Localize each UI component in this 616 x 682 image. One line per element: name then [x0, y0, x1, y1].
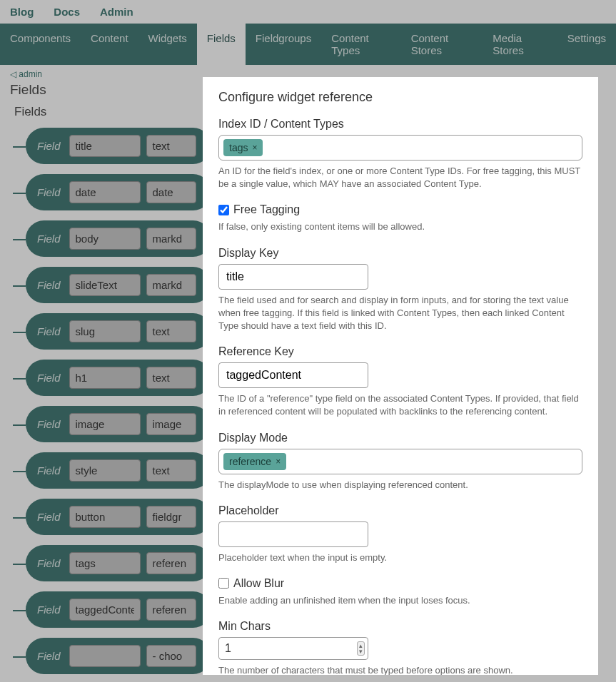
free-tagging-label: Free Tagging	[233, 203, 300, 216]
placeholder-help: Placeholder text when the input is empty…	[218, 551, 582, 564]
remove-tag-icon[interactable]: ×	[276, 457, 281, 467]
index-id-label: Index ID / Content Types	[218, 118, 582, 131]
tag-chip: reference ×	[223, 453, 286, 470]
display-mode-input[interactable]: reference ×	[218, 449, 582, 474]
tag-chip-label: reference	[229, 456, 271, 467]
display-mode-label: Display Mode	[218, 432, 582, 444]
allow-blur-checkbox[interactable]	[218, 578, 229, 589]
tag-chip: tags ×	[223, 139, 263, 156]
min-chars-input[interactable]: 1 ▴▾	[218, 637, 368, 660]
display-key-label: Display Key	[218, 247, 582, 260]
placeholder-input[interactable]	[218, 521, 368, 547]
min-chars-help: The number of characters that must be ty…	[218, 664, 582, 675]
free-tagging-checkbox[interactable]	[218, 205, 229, 215]
display-key-help: The field used and for search and displa…	[218, 294, 582, 333]
allow-blur-label: Allow Blur	[233, 577, 284, 590]
tag-chip-label: tags	[229, 142, 248, 153]
modal-title: Configure widget reference	[218, 90, 582, 105]
reference-key-help: The ID of a "reference" type field on th…	[218, 392, 582, 418]
number-stepper-icon[interactable]: ▴▾	[357, 641, 365, 656]
display-mode-help: The displayMode to use when displaying r…	[218, 479, 582, 492]
reference-key-input[interactable]	[218, 362, 368, 388]
min-chars-value: 1	[225, 642, 231, 654]
free-tagging-help: If false, only existing content items wi…	[218, 220, 582, 233]
display-key-input[interactable]	[218, 264, 368, 290]
placeholder-label: Placeholder	[218, 504, 582, 517]
allow-blur-help: Enable adding an unfinished item when th…	[218, 594, 582, 607]
min-chars-label: Min Chars	[218, 620, 582, 633]
remove-tag-icon[interactable]: ×	[252, 143, 257, 153]
index-id-help: An ID for the field's index, or one or m…	[218, 165, 582, 190]
reference-key-label: Reference Key	[218, 345, 582, 358]
configure-widget-modal: Configure widget reference Index ID / Co…	[203, 77, 598, 675]
index-id-input[interactable]: tags ×	[218, 135, 582, 161]
